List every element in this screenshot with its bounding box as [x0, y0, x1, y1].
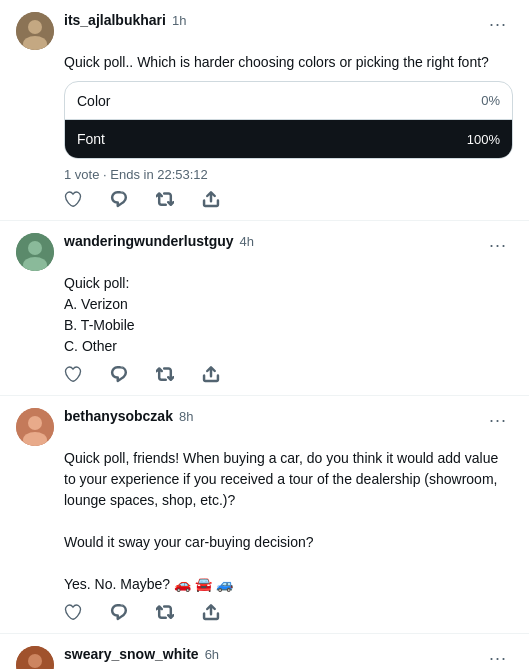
like-button[interactable] — [64, 603, 82, 621]
poll-option-percent: 100% — [467, 132, 500, 147]
post-content: Quick poll.. Which is harder choosing co… — [64, 52, 513, 208]
poll-option-label: Font — [77, 131, 105, 147]
share-button[interactable] — [202, 365, 220, 383]
post-time: 6h — [205, 647, 219, 662]
post-meta: wanderingwunderlustguy 4h — [64, 233, 254, 249]
comment-icon — [110, 190, 128, 208]
post-header-left: wanderingwunderlustguy 4h — [16, 233, 254, 271]
post-time: 4h — [240, 234, 254, 249]
post-meta: its_ajlalbukhari 1h — [64, 12, 186, 28]
avatar — [16, 233, 54, 271]
username[interactable]: wanderingwunderlustguy — [64, 233, 234, 249]
post-text: Quick poll.. Which is harder choosing co… — [64, 52, 513, 73]
post-text: Quick poll: A. Verizon B. T-Mobile C. Ot… — [64, 273, 513, 357]
more-options-icon[interactable]: ··· — [483, 646, 513, 669]
username-row: sweary_snow_white 6h — [64, 646, 219, 662]
comment-icon — [110, 365, 128, 383]
post-header-left: its_ajlalbukhari 1h — [16, 12, 186, 50]
share-icon — [202, 365, 220, 383]
svg-point-4 — [28, 241, 42, 255]
like-button[interactable] — [64, 190, 82, 208]
post-header: its_ajlalbukhari 1h ··· — [16, 12, 513, 50]
avatar — [16, 646, 54, 669]
heart-icon — [64, 603, 82, 621]
poll-option[interactable]: Color 0% — [65, 82, 512, 120]
repost-button[interactable] — [156, 365, 174, 383]
post-header: wanderingwunderlustguy 4h ··· — [16, 233, 513, 271]
post-time: 8h — [179, 409, 193, 424]
more-options-icon[interactable]: ··· — [483, 408, 513, 433]
heart-icon — [64, 190, 82, 208]
post-item: sweary_snow_white 6h ··· Running a quick… — [0, 634, 529, 669]
post-item: bethanysobczak 8h ··· Quick poll, friend… — [0, 396, 529, 634]
poll-info: 1 vote · Ends in 22:53:12 — [64, 167, 513, 182]
poll-option[interactable]: Font 100% — [65, 120, 512, 158]
more-options-icon[interactable]: ··· — [483, 233, 513, 258]
post-text: Quick poll, friends! When buying a car, … — [64, 448, 513, 595]
post-meta: sweary_snow_white 6h — [64, 646, 219, 662]
post-header-left: sweary_snow_white 6h — [16, 646, 219, 669]
post-header: sweary_snow_white 6h ··· — [16, 646, 513, 669]
username[interactable]: bethanysobczak — [64, 408, 173, 424]
post-actions — [64, 190, 513, 208]
repost-icon — [156, 603, 174, 621]
avatar — [16, 12, 54, 50]
username[interactable]: sweary_snow_white — [64, 646, 199, 662]
share-button[interactable] — [202, 603, 220, 621]
svg-point-1 — [28, 20, 42, 34]
poll: Color 0% Font 100% — [64, 81, 513, 159]
share-icon — [202, 190, 220, 208]
username[interactable]: its_ajlalbukhari — [64, 12, 166, 28]
comment-button[interactable] — [110, 190, 128, 208]
comment-button[interactable] — [110, 365, 128, 383]
post-actions — [64, 365, 513, 383]
post-item: its_ajlalbukhari 1h ··· Quick poll.. Whi… — [0, 0, 529, 221]
post-header-left: bethanysobczak 8h — [16, 408, 193, 446]
post-content: Quick poll: A. Verizon B. T-Mobile C. Ot… — [64, 273, 513, 383]
poll-option-label: Color — [77, 93, 110, 109]
svg-point-7 — [28, 416, 42, 430]
avatar — [16, 408, 54, 446]
comment-button[interactable] — [110, 603, 128, 621]
username-row: bethanysobczak 8h — [64, 408, 193, 424]
more-options-icon[interactable]: ··· — [483, 12, 513, 37]
post-item: wanderingwunderlustguy 4h ··· Quick poll… — [0, 221, 529, 396]
post-time: 1h — [172, 13, 186, 28]
repost-icon — [156, 190, 174, 208]
post-meta: bethanysobczak 8h — [64, 408, 193, 424]
repost-button[interactable] — [156, 190, 174, 208]
repost-button[interactable] — [156, 603, 174, 621]
poll-option-percent: 0% — [481, 93, 500, 108]
repost-icon — [156, 365, 174, 383]
heart-icon — [64, 365, 82, 383]
post-actions — [64, 603, 513, 621]
share-icon — [202, 603, 220, 621]
post-content: Quick poll, friends! When buying a car, … — [64, 448, 513, 621]
svg-point-10 — [28, 654, 42, 668]
comment-icon — [110, 603, 128, 621]
post-header: bethanysobczak 8h ··· — [16, 408, 513, 446]
username-row: its_ajlalbukhari 1h — [64, 12, 186, 28]
like-button[interactable] — [64, 365, 82, 383]
share-button[interactable] — [202, 190, 220, 208]
username-row: wanderingwunderlustguy 4h — [64, 233, 254, 249]
